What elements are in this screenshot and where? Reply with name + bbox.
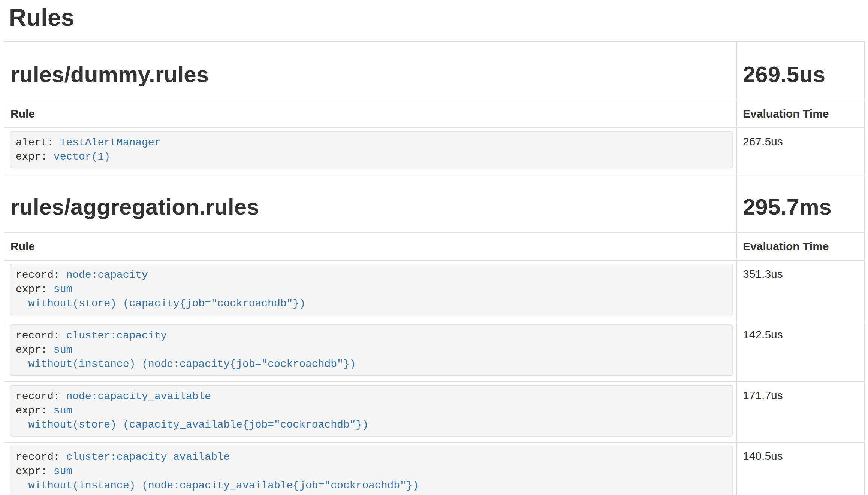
rule-link[interactable]: without(instance) (node:capacity{job="co… — [28, 358, 356, 370]
rules-page: Rules rules/dummy.rules 269.5us Rule Eva… — [0, 0, 868, 495]
rule-group-time-cell: 269.5us — [736, 42, 865, 100]
rule-link[interactable]: without(store) (capacity{job="cockroachd… — [28, 298, 305, 309]
rule-evaluation-time: 267.5us — [736, 128, 865, 174]
column-header-evaluation-time: Evaluation Time — [736, 100, 865, 128]
rule-definition: record: cluster:capacity expr: sum witho… — [10, 324, 733, 376]
rule-text: expr: — [16, 405, 54, 416]
rule-cell: alert: TestAlertManager expr: vector(1) — [4, 128, 736, 174]
rule-evaluation-time: 351.3us — [736, 260, 865, 321]
rule-text — [16, 480, 28, 491]
rule-text — [16, 358, 28, 370]
rule-group-header-row: rules/dummy.rules 269.5us — [4, 42, 865, 100]
rule-text: record: — [16, 451, 66, 463]
rule-cell: record: cluster:capacity expr: sum witho… — [4, 321, 736, 382]
rule-row: record: node:capacity expr: sum without(… — [4, 260, 865, 321]
rule-link[interactable]: vector(1) — [54, 151, 110, 163]
rule-definition: record: node:capacity_available expr: su… — [10, 385, 733, 437]
column-header-rule: Rule — [4, 233, 736, 260]
rule-group-name-cell: rules/dummy.rules — [4, 42, 736, 100]
rule-link[interactable]: sum — [54, 405, 72, 416]
rule-text: record: — [16, 330, 66, 341]
rule-text: expr: — [16, 151, 54, 163]
rule-text — [16, 419, 28, 431]
rule-evaluation-time: 140.5us — [736, 442, 865, 495]
column-header-row: Rule Evaluation Time — [4, 100, 865, 128]
rule-definition: alert: TestAlertManager expr: vector(1) — [10, 131, 733, 168]
rule-text: expr: — [16, 344, 54, 356]
column-header-row: Rule Evaluation Time — [4, 233, 865, 260]
rule-group-name-cell: rules/aggregation.rules — [4, 174, 736, 233]
rule-evaluation-time: 142.5us — [736, 321, 865, 382]
rule-text: expr: — [16, 283, 54, 295]
rule-row: record: cluster:capacity_available expr:… — [4, 442, 865, 495]
rule-cell: record: node:capacity_available expr: su… — [4, 382, 736, 442]
rule-evaluation-time: 171.7us — [736, 382, 865, 442]
rule-group-file: rules/dummy.rules — [10, 62, 730, 87]
rule-link[interactable]: node:capacity_available — [66, 391, 211, 402]
page-title: Rules — [9, 4, 864, 31]
rule-link[interactable]: cluster:capacity — [66, 330, 167, 341]
rule-group-evaluation-time: 269.5us — [743, 62, 858, 87]
rule-group-header-row: rules/aggregation.rules 295.7ms — [4, 174, 865, 233]
rule-cell: record: node:capacity expr: sum without(… — [4, 260, 736, 321]
rule-row: record: cluster:capacity expr: sum witho… — [4, 321, 865, 382]
rule-text: expr: — [16, 465, 54, 477]
rule-group-time-cell: 295.7ms — [736, 174, 865, 233]
rule-link[interactable]: sum — [54, 465, 72, 477]
rule-definition: record: cluster:capacity_available expr:… — [10, 446, 733, 495]
rules-table: rules/dummy.rules 269.5us Rule Evaluatio… — [4, 41, 865, 495]
rule-group-file: rules/aggregation.rules — [10, 195, 730, 219]
rule-link[interactable]: sum — [54, 344, 72, 356]
rule-text: record: — [16, 269, 66, 281]
rule-group-evaluation-time: 295.7ms — [743, 195, 858, 219]
rule-row: alert: TestAlertManager expr: vector(1) … — [4, 128, 865, 174]
rule-link[interactable]: node:capacity — [66, 269, 148, 281]
rule-link[interactable]: without(store) (capacity_available{job="… — [28, 419, 368, 431]
rule-cell: record: cluster:capacity_available expr:… — [4, 442, 736, 495]
rule-link[interactable]: without(instance) (node:capacity_availab… — [28, 480, 419, 491]
rule-text — [16, 298, 28, 309]
column-header-evaluation-time: Evaluation Time — [736, 233, 865, 260]
rule-link[interactable]: sum — [54, 283, 72, 295]
rule-text: alert: — [16, 137, 60, 148]
rule-row: record: node:capacity_available expr: su… — [4, 382, 865, 442]
rule-text: record: — [16, 391, 66, 402]
column-header-rule: Rule — [4, 100, 736, 128]
rule-definition: record: node:capacity expr: sum without(… — [10, 264, 733, 315]
rule-link[interactable]: TestAlertManager — [60, 137, 161, 148]
rule-link[interactable]: cluster:capacity_available — [66, 451, 230, 463]
